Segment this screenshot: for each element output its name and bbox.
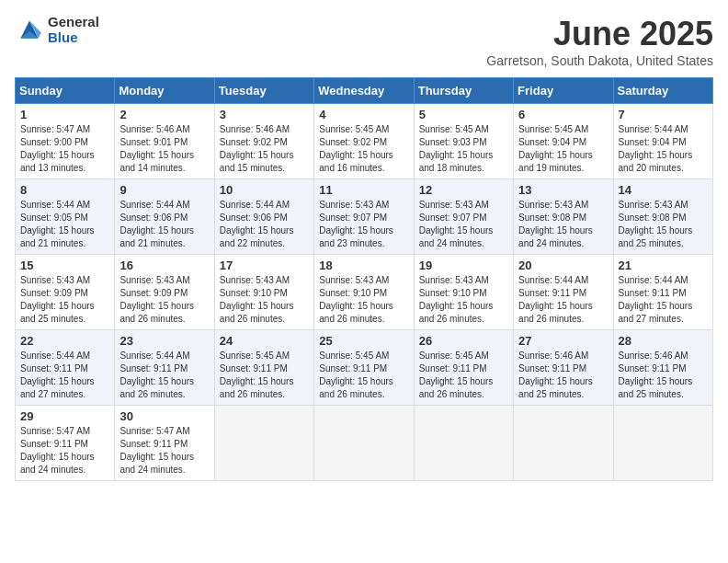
- empty-cell: [414, 406, 513, 481]
- cell-info: Sunrise: 5:45 AMSunset: 9:03 PMDaylight:…: [419, 123, 508, 175]
- day-number: 26: [419, 334, 508, 348]
- day-number: 17: [220, 259, 309, 272]
- calendar-day-1: 1Sunrise: 5:47 AMSunset: 9:00 PMDaylight…: [16, 104, 115, 179]
- day-number: 5: [419, 108, 508, 121]
- calendar-day-19: 19Sunrise: 5:43 AMSunset: 9:10 PMDayligh…: [414, 255, 513, 330]
- day-number: 23: [119, 334, 209, 348]
- logo-text: General Blue: [48, 15, 99, 45]
- cell-info: Sunrise: 5:44 AMSunset: 9:11 PMDaylight:…: [518, 274, 608, 326]
- calendar-day-27: 27Sunrise: 5:46 AMSunset: 9:11 PMDayligh…: [514, 330, 613, 406]
- calendar-day-15: 15Sunrise: 5:43 AMSunset: 9:09 PMDayligh…: [16, 255, 115, 330]
- calendar-day-21: 21Sunrise: 5:44 AMSunset: 9:11 PMDayligh…: [613, 255, 712, 330]
- day-number: 9: [119, 183, 209, 197]
- day-number: 16: [119, 259, 209, 272]
- day-number: 7: [619, 108, 708, 121]
- calendar-week-1: 1Sunrise: 5:47 AMSunset: 9:00 PMDaylight…: [16, 104, 713, 179]
- cell-info: Sunrise: 5:43 AMSunset: 9:08 PMDaylight:…: [518, 199, 608, 250]
- month-title: June 2025: [486, 15, 713, 53]
- calendar-day-11: 11Sunrise: 5:43 AMSunset: 9:07 PMDayligh…: [314, 179, 414, 255]
- header-sunday: Sunday: [16, 78, 115, 104]
- day-number: 20: [518, 259, 608, 272]
- header-monday: Monday: [115, 78, 214, 104]
- cell-info: Sunrise: 5:44 AMSunset: 9:11 PMDaylight:…: [619, 274, 708, 326]
- cell-info: Sunrise: 5:44 AMSunset: 9:11 PMDaylight:…: [20, 350, 109, 401]
- calendar-day-16: 16Sunrise: 5:43 AMSunset: 9:09 PMDayligh…: [115, 255, 214, 330]
- day-number: 24: [220, 334, 309, 348]
- header-tuesday: Tuesday: [214, 78, 313, 104]
- logo-blue-text: Blue: [48, 30, 99, 46]
- header-saturday: Saturday: [613, 78, 712, 104]
- calendar-week-5: 29Sunrise: 5:47 AMSunset: 9:11 PMDayligh…: [16, 406, 713, 481]
- header-thursday: Thursday: [414, 78, 513, 104]
- calendar-day-28: 28Sunrise: 5:46 AMSunset: 9:11 PMDayligh…: [613, 330, 712, 406]
- day-number: 15: [20, 259, 109, 272]
- day-number: 19: [419, 259, 508, 272]
- title-area: June 2025 Garretson, South Dakota, Unite…: [486, 15, 713, 68]
- calendar-day-17: 17Sunrise: 5:43 AMSunset: 9:10 PMDayligh…: [214, 255, 313, 330]
- calendar-day-9: 9Sunrise: 5:44 AMSunset: 9:06 PMDaylight…: [115, 179, 214, 255]
- cell-info: Sunrise: 5:47 AMSunset: 9:11 PMDaylight:…: [20, 425, 109, 477]
- cell-info: Sunrise: 5:44 AMSunset: 9:11 PMDaylight:…: [119, 350, 209, 401]
- calendar-day-14: 14Sunrise: 5:43 AMSunset: 9:08 PMDayligh…: [613, 179, 712, 255]
- day-number: 28: [619, 334, 708, 348]
- cell-info: Sunrise: 5:46 AMSunset: 9:02 PMDaylight:…: [220, 123, 309, 175]
- calendar-day-29: 29Sunrise: 5:47 AMSunset: 9:11 PMDayligh…: [16, 406, 115, 481]
- calendar-day-2: 2Sunrise: 5:46 AMSunset: 9:01 PMDaylight…: [115, 104, 214, 179]
- cell-info: Sunrise: 5:44 AMSunset: 9:06 PMDaylight:…: [119, 199, 209, 250]
- cell-info: Sunrise: 5:46 AMSunset: 9:11 PMDaylight:…: [619, 350, 708, 401]
- calendar-day-5: 5Sunrise: 5:45 AMSunset: 9:03 PMDaylight…: [414, 104, 513, 179]
- day-number: 11: [319, 183, 408, 197]
- empty-cell: [514, 406, 613, 481]
- cell-info: Sunrise: 5:43 AMSunset: 9:07 PMDaylight:…: [319, 199, 408, 250]
- day-number: 18: [319, 259, 408, 272]
- calendar-day-8: 8Sunrise: 5:44 AMSunset: 9:05 PMDaylight…: [16, 179, 115, 255]
- calendar-day-10: 10Sunrise: 5:44 AMSunset: 9:06 PMDayligh…: [214, 179, 313, 255]
- day-number: 10: [220, 183, 309, 197]
- calendar-week-2: 8Sunrise: 5:44 AMSunset: 9:05 PMDaylight…: [16, 179, 713, 255]
- day-number: 29: [20, 409, 109, 423]
- logo-icon: [15, 17, 44, 43]
- calendar-day-22: 22Sunrise: 5:44 AMSunset: 9:11 PMDayligh…: [16, 330, 115, 406]
- day-number: 12: [419, 183, 508, 197]
- cell-info: Sunrise: 5:46 AMSunset: 9:01 PMDaylight:…: [119, 123, 209, 175]
- day-number: 27: [518, 334, 608, 348]
- calendar-day-25: 25Sunrise: 5:45 AMSunset: 9:11 PMDayligh…: [314, 330, 414, 406]
- day-number: 2: [119, 108, 209, 121]
- calendar-day-4: 4Sunrise: 5:45 AMSunset: 9:02 PMDaylight…: [314, 104, 414, 179]
- calendar-day-7: 7Sunrise: 5:44 AMSunset: 9:04 PMDaylight…: [613, 104, 712, 179]
- calendar-day-6: 6Sunrise: 5:45 AMSunset: 9:04 PMDaylight…: [514, 104, 613, 179]
- empty-cell: [214, 406, 313, 481]
- calendar-day-12: 12Sunrise: 5:43 AMSunset: 9:07 PMDayligh…: [414, 179, 513, 255]
- cell-info: Sunrise: 5:47 AMSunset: 9:00 PMDaylight:…: [20, 123, 109, 175]
- calendar-header-row: SundayMondayTuesdayWednesdayThursdayFrid…: [16, 78, 713, 104]
- cell-info: Sunrise: 5:44 AMSunset: 9:05 PMDaylight:…: [20, 199, 109, 250]
- header-friday: Friday: [514, 78, 613, 104]
- cell-info: Sunrise: 5:43 AMSunset: 9:10 PMDaylight:…: [220, 274, 309, 326]
- calendar-week-4: 22Sunrise: 5:44 AMSunset: 9:11 PMDayligh…: [16, 330, 713, 406]
- day-number: 8: [20, 183, 109, 197]
- empty-cell: [613, 406, 712, 481]
- cell-info: Sunrise: 5:44 AMSunset: 9:06 PMDaylight:…: [220, 199, 309, 250]
- calendar-day-3: 3Sunrise: 5:46 AMSunset: 9:02 PMDaylight…: [214, 104, 313, 179]
- cell-info: Sunrise: 5:43 AMSunset: 9:09 PMDaylight:…: [119, 274, 209, 326]
- day-number: 14: [619, 183, 708, 197]
- cell-info: Sunrise: 5:46 AMSunset: 9:11 PMDaylight:…: [518, 350, 608, 401]
- cell-info: Sunrise: 5:43 AMSunset: 9:10 PMDaylight:…: [319, 274, 408, 326]
- cell-info: Sunrise: 5:47 AMSunset: 9:11 PMDaylight:…: [119, 425, 209, 477]
- day-number: 3: [220, 108, 309, 121]
- location-subtitle: Garretson, South Dakota, United States: [486, 53, 713, 68]
- calendar-day-18: 18Sunrise: 5:43 AMSunset: 9:10 PMDayligh…: [314, 255, 414, 330]
- day-number: 25: [319, 334, 408, 348]
- cell-info: Sunrise: 5:43 AMSunset: 9:07 PMDaylight:…: [419, 199, 508, 250]
- day-number: 13: [518, 183, 608, 197]
- day-number: 30: [119, 409, 209, 423]
- day-number: 21: [619, 259, 708, 272]
- day-number: 1: [20, 108, 109, 121]
- calendar-day-13: 13Sunrise: 5:43 AMSunset: 9:08 PMDayligh…: [514, 179, 613, 255]
- cell-info: Sunrise: 5:43 AMSunset: 9:09 PMDaylight:…: [20, 274, 109, 326]
- calendar-day-20: 20Sunrise: 5:44 AMSunset: 9:11 PMDayligh…: [514, 255, 613, 330]
- header-wednesday: Wednesday: [314, 78, 414, 104]
- calendar-table: SundayMondayTuesdayWednesdayThursdayFrid…: [15, 77, 713, 481]
- calendar-week-3: 15Sunrise: 5:43 AMSunset: 9:09 PMDayligh…: [16, 255, 713, 330]
- cell-info: Sunrise: 5:44 AMSunset: 9:04 PMDaylight:…: [619, 123, 708, 175]
